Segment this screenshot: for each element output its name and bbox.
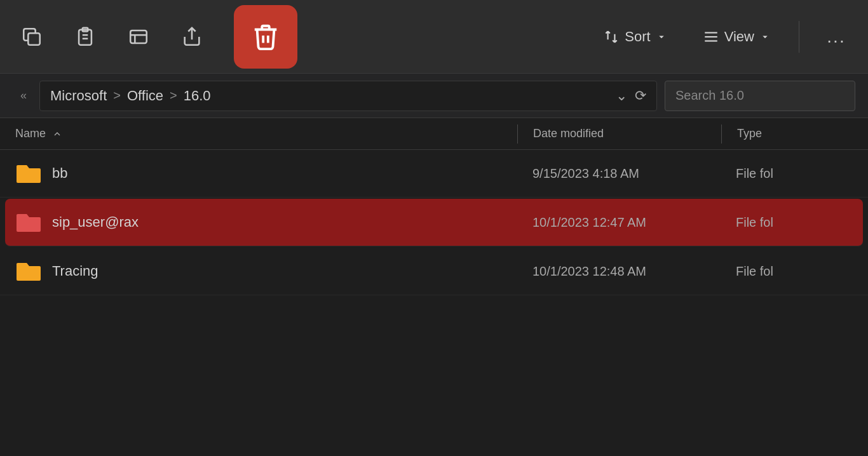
svg-rect-5 (130, 30, 147, 43)
file-name-cell: Tracing (15, 260, 517, 282)
table-row[interactable]: Tracing 10/1/2023 12:48 AM File fol (0, 248, 868, 295)
file-type: File fol (721, 166, 853, 181)
rename-icon[interactable] (122, 20, 155, 53)
delete-button[interactable] (234, 5, 297, 69)
file-name: Tracing (52, 263, 98, 279)
file-type: File fol (721, 264, 853, 279)
breadcrumb: Microsoft > Office > 16.0 (50, 88, 211, 104)
file-name: bb (52, 165, 67, 182)
view-label: View (724, 29, 754, 45)
column-header: Name Date modified Type (0, 118, 868, 150)
breadcrumb-sep2: > (170, 88, 177, 103)
search-input[interactable] (675, 88, 844, 103)
file-name: sip_user@rax (52, 214, 139, 231)
folder-icon (15, 260, 42, 282)
file-date: 10/1/2023 12:48 AM (517, 264, 721, 279)
column-date-modified[interactable]: Date modified (518, 127, 721, 140)
file-type: File fol (721, 215, 853, 230)
share-icon[interactable] (175, 20, 208, 53)
file-list: Name Date modified Type bb 9/15/2023 4:1… (0, 118, 868, 456)
sort-button[interactable]: Sort (595, 23, 674, 50)
breadcrumb-160: 16.0 (184, 88, 211, 104)
toolbar-separator (799, 21, 799, 53)
address-bar: « Microsoft > Office > 16.0 ⌄ ⟳ (0, 74, 868, 118)
more-button[interactable]: ... (820, 20, 853, 53)
folder-icon (15, 163, 42, 184)
file-name-cell: sip_user@rax (15, 211, 517, 233)
column-name[interactable]: Name (15, 127, 517, 140)
file-rows-container: bb 9/15/2023 4:18 AM File fol sip_user@r… (0, 150, 868, 295)
view-button[interactable]: View (695, 23, 778, 50)
back-button[interactable]: « (13, 89, 34, 102)
file-date: 9/15/2023 4:18 AM (517, 166, 721, 181)
clipboard-icon[interactable] (69, 20, 102, 53)
copy-icon[interactable] (15, 20, 48, 53)
table-row[interactable]: bb 9/15/2023 4:18 AM File fol (0, 150, 868, 198)
file-date: 10/1/2023 12:47 AM (517, 215, 721, 230)
column-type[interactable]: Type (722, 127, 853, 140)
table-row[interactable]: sip_user@rax 10/1/2023 12:47 AM File fol (5, 199, 863, 246)
breadcrumb-dropdown-button[interactable]: ⌄ (616, 88, 627, 104)
breadcrumb-office: Office (127, 88, 163, 104)
folder-icon (15, 211, 42, 233)
breadcrumb-area[interactable]: Microsoft > Office > 16.0 ⌄ ⟳ (39, 81, 657, 111)
breadcrumb-microsoft: Microsoft (50, 88, 107, 104)
search-box[interactable] (665, 81, 855, 111)
svg-rect-0 (28, 33, 39, 44)
refresh-button[interactable]: ⟳ (635, 88, 646, 104)
breadcrumb-sep1: > (113, 88, 121, 103)
file-name-cell: bb (15, 163, 517, 184)
sort-label: Sort (625, 29, 650, 45)
toolbar: Sort View ... (0, 0, 868, 74)
